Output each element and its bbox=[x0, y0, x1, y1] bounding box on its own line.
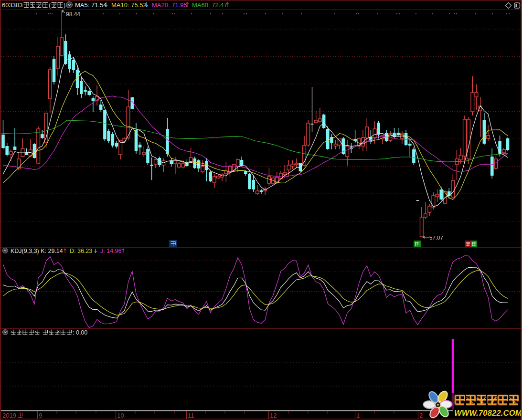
svg-text:603383: 603383 bbox=[2, 1, 22, 9]
svg-text:: 0.00: : 0.00 bbox=[73, 329, 87, 336]
svg-text:WWW.70822.COM: WWW.70822.COM bbox=[454, 409, 522, 417]
svg-text:J: 14.96: J: 14.96 bbox=[100, 248, 122, 254]
svg-text:MA60: 72.47: MA60: 72.47 bbox=[192, 1, 227, 9]
svg-text:D: 36.23: D: 36.23 bbox=[70, 248, 92, 254]
svg-text:12: 12 bbox=[270, 412, 277, 419]
svg-text:2019: 2019 bbox=[2, 412, 16, 419]
svg-text:11: 11 bbox=[188, 412, 194, 419]
svg-text:98.44: 98.44 bbox=[66, 11, 80, 18]
svg-text:MA5: 71.54: MA5: 71.54 bbox=[75, 1, 107, 9]
svg-text:57.07: 57.07 bbox=[429, 235, 443, 241]
svg-text:KDJ(9,3,3) K: 29.14: KDJ(9,3,3) K: 29.14 bbox=[11, 248, 63, 254]
svg-text:10: 10 bbox=[117, 412, 124, 419]
svg-text:MA10: 75.52: MA10: 75.52 bbox=[111, 1, 147, 9]
svg-text:): ) bbox=[64, 1, 65, 9]
svg-text:1: 1 bbox=[356, 412, 360, 419]
svg-text:MA20: 71.95: MA20: 71.95 bbox=[152, 1, 187, 9]
svg-text:9: 9 bbox=[39, 412, 42, 419]
svg-text:(: ( bbox=[49, 1, 51, 9]
svg-text:2: 2 bbox=[419, 412, 423, 419]
